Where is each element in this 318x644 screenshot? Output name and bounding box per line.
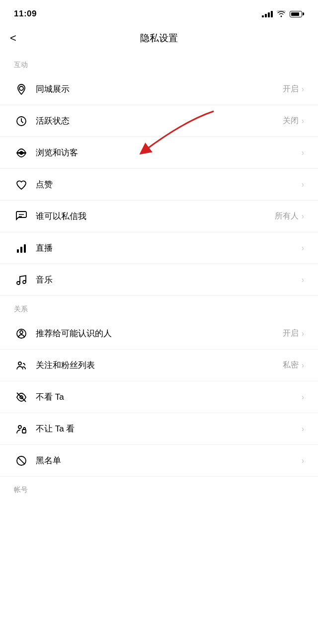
svg-rect-9: [24, 244, 26, 253]
chevron-icon: ›: [302, 85, 304, 94]
menu-item-private-msg[interactable]: 谁可以私信我 所有人 ›: [0, 201, 318, 232]
svg-rect-18: [22, 429, 26, 433]
svg-point-3: [20, 151, 23, 154]
menu-item-no-watch[interactable]: 不让 Ta 看 ›: [0, 413, 318, 445]
tongcheng-label: 同城展示: [36, 83, 283, 95]
no-watch-label: 不让 Ta 看: [36, 423, 299, 434]
svg-point-17: [18, 426, 21, 429]
music-icon: [14, 273, 29, 287]
chevron-icon: ›: [302, 361, 304, 370]
blacklist-label: 黑名单: [36, 455, 299, 466]
chevron-icon: ›: [302, 425, 304, 433]
menu-item-follow-fans[interactable]: 关注和粉丝列表 私密 ›: [0, 350, 318, 381]
chart-icon: [14, 241, 29, 256]
menu-item-browse[interactable]: 浏览和访客 ›: [0, 137, 318, 169]
chevron-icon: ›: [302, 148, 304, 157]
menu-item-blacklist[interactable]: 黑名单 ›: [0, 445, 318, 477]
section-header-interaction: 互动: [0, 52, 318, 73]
music-label: 音乐: [36, 274, 299, 286]
status-time: 11:09: [14, 9, 37, 19]
chevron-icon: ›: [302, 117, 304, 126]
browse-label: 浏览和访客: [36, 147, 299, 158]
menu-item-recommend[interactable]: 推荐给可能认识的人 开启 ›: [0, 318, 318, 350]
no-see-label: 不看 Ta: [36, 391, 299, 403]
private-msg-label: 谁可以私信我: [36, 211, 275, 222]
active-status-label: 活跃状态: [36, 115, 283, 127]
nav-bar: < 隐私设置: [0, 25, 318, 52]
live-label: 直播: [36, 242, 299, 254]
status-bar: 11:09: [0, 0, 318, 25]
private-msg-value: 所有人: [275, 211, 299, 221]
svg-rect-7: [17, 249, 19, 253]
chevron-icon: ›: [302, 276, 304, 285]
svg-point-14: [18, 362, 21, 365]
chevron-icon: ›: [302, 180, 304, 189]
svg-line-20: [18, 457, 25, 464]
menu-item-tongcheng[interactable]: 同城展示 开启 ›: [0, 73, 318, 105]
menu-item-no-see[interactable]: 不看 Ta ›: [0, 381, 318, 413]
message-icon: [14, 209, 29, 224]
tongcheng-value: 开启: [283, 84, 299, 94]
page-title: 隐私设置: [140, 32, 178, 45]
clock-icon: [14, 114, 29, 129]
svg-point-0: [19, 86, 23, 90]
section-header-relationship: 关系: [0, 296, 318, 318]
like-label: 点赞: [36, 179, 299, 190]
active-status-value: 关闭: [283, 116, 299, 126]
svg-point-2: [17, 152, 26, 153]
person-circle-icon: [14, 326, 29, 341]
chevron-icon: ›: [302, 393, 304, 402]
menu-item-like[interactable]: 点赞 ›: [0, 169, 318, 201]
recommend-label: 推荐给可能认识的人: [36, 328, 283, 339]
eye-slash-icon: [14, 390, 29, 405]
location-icon: [14, 82, 29, 97]
chevron-icon: ›: [302, 329, 304, 338]
section-header-account: 帐号: [0, 477, 318, 499]
persons-icon: [14, 358, 29, 373]
menu-item-music[interactable]: 音乐 ›: [0, 264, 318, 296]
follow-fans-value: 私密: [283, 360, 299, 370]
menu-item-live[interactable]: 直播 ›: [0, 232, 318, 264]
person-lock-icon: [14, 422, 29, 436]
status-icons: [262, 10, 304, 17]
chevron-icon: ›: [302, 456, 304, 465]
chevron-icon: ›: [302, 212, 304, 221]
heart-icon: [14, 177, 29, 192]
svg-point-13: [20, 331, 23, 334]
battery-icon: [290, 11, 304, 17]
block-icon: [14, 453, 29, 468]
follow-fans-label: 关注和粉丝列表: [36, 359, 283, 371]
menu-item-active-status[interactable]: 活跃状态 关闭 ›: [0, 105, 318, 137]
svg-line-15: [17, 393, 26, 402]
back-button[interactable]: <: [10, 32, 16, 45]
wifi-icon: [277, 10, 286, 17]
recommend-value: 开启: [283, 328, 299, 339]
svg-point-10: [17, 282, 20, 285]
chevron-icon: ›: [302, 244, 304, 253]
eye-icon: [14, 145, 29, 160]
svg-rect-8: [20, 247, 22, 253]
signal-icon: [262, 10, 273, 17]
